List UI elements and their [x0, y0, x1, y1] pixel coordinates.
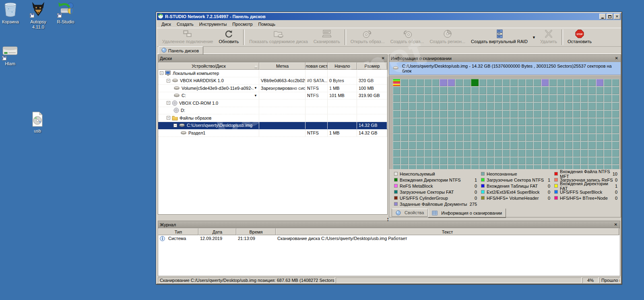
disks-row[interactable]: D: [158, 107, 387, 115]
legend-item: Загрузочные Сектора NTFS1 [481, 177, 553, 183]
scan-block [526, 149, 533, 157]
mouse-cursor: ↕ [386, 215, 390, 222]
tab-disk-panel[interactable]: Панель дисков [159, 46, 203, 55]
disks-row[interactable]: Volume{c5de43e9-d3e0-11e9-a092-.▼Зарезер… [158, 85, 387, 92]
hard-disk-icon [180, 130, 187, 135]
menu-просмотр[interactable]: Просмотр [229, 21, 255, 27]
toolbar-button-refresh[interactable]: Обновить [216, 28, 242, 46]
close-button[interactable]: ✕ [614, 14, 620, 19]
label-cell: VBb9e0d663-4cc2b029 [259, 77, 305, 85]
scan-block [526, 79, 533, 87]
maximize-button[interactable] [607, 14, 613, 19]
close-icon[interactable]: ✕ [381, 56, 386, 60]
minimize-button[interactable] [599, 14, 606, 19]
desktop-icon-корзина[interactable]: Корзина [0, 2, 26, 25]
scan-block [463, 102, 471, 110]
log-col-header[interactable]: Дата [198, 228, 236, 235]
title-bar[interactable]: R-STUDIO Network 7.2.154997 - Панель дис… [157, 13, 621, 20]
disks-col-header[interactable]: Размер [357, 62, 387, 70]
tree-collapse-icon[interactable]: − [160, 71, 163, 75]
device-cell: −Локальный компьютер [158, 70, 259, 77]
desktop-icon-label: Корзина [0, 19, 26, 25]
desktop-icon-usb[interactable]: usb [22, 112, 53, 134]
disks-col-header[interactable]: ловая сист [305, 62, 328, 70]
scan-block [416, 165, 424, 169]
desktop-icon-autopsy[interactable]: Autopsy4.11.0 [23, 2, 54, 30]
menu-диск[interactable]: Диск [159, 21, 174, 27]
scan-block [479, 141, 487, 149]
scan-block [400, 110, 408, 118]
scan-block [580, 157, 588, 165]
scan-block [588, 110, 596, 118]
disks-row[interactable]: Раздел1NTFS1 MB14.32 GB [158, 129, 387, 137]
log-text-cell: Сканирование диска C:/Users/qwerty/Deskt… [276, 235, 619, 242]
device-label: D: [181, 108, 185, 113]
scan-block [487, 87, 494, 94]
scan-map[interactable] [389, 75, 621, 169]
menu-помощь[interactable]: Помощь [256, 21, 279, 27]
legend-value: 0 [475, 184, 479, 188]
device-cell: Volume{c5de43e9-d3e0-11e9-a092-.▼ [158, 85, 259, 92]
start-cell: 0 Bytes [328, 77, 357, 85]
scan-block [463, 126, 471, 133]
desktop-icon-label: Autopsy [23, 19, 54, 25]
scan-disk-info-bar[interactable]: C:/Users/qwerty/Desktop/usb.img - 14.32 … [389, 62, 621, 75]
desktop-icon-hlam[interactable]: Hlam [0, 44, 25, 66]
scan-block [487, 118, 494, 126]
svg-text:STOP: STOP [576, 33, 582, 35]
disks-row[interactable]: −Локальный компьютер [158, 70, 387, 77]
disks-panel-title: Диски [160, 56, 172, 61]
tab-properties[interactable]: Свойства [392, 209, 428, 217]
scan-block [604, 110, 611, 118]
scan-block [557, 118, 565, 126]
log-col-header[interactable]: Время [236, 228, 276, 235]
log-col-header[interactable]: Тип [158, 228, 198, 235]
close-icon: ✕ [615, 15, 619, 19]
scan-block [455, 118, 463, 126]
toolbar-button-stop[interactable]: STOPОстановить [565, 28, 594, 46]
create-image-icon [402, 29, 413, 39]
disks-col-header[interactable]: Начало [328, 62, 357, 70]
tree-collapse-icon[interactable]: − [167, 79, 170, 83]
log-col-header[interactable]: Текст [276, 228, 619, 235]
scan-block [494, 165, 502, 169]
disks-row[interactable]: −Файлы образов [158, 114, 387, 122]
scan-block [596, 141, 604, 149]
menu-создать[interactable]: Создать [174, 21, 196, 27]
scan-block [494, 79, 502, 87]
disks-col-header[interactable]: Устройство/Диск [158, 62, 259, 70]
scan-block [596, 102, 604, 110]
scan-block [400, 134, 408, 141]
disks-row[interactable]: −C:\Users\qwerty\Desktop\usb.img14.32 GB [158, 122, 387, 130]
log-row[interactable]: Система12.09.201921:13:09Сканирование ди… [158, 235, 620, 242]
chevron-down-icon[interactable]: ▼ [254, 94, 257, 97]
chevron-down-icon[interactable]: ▼ [530, 28, 537, 46]
tree-collapse-icon[interactable]: − [173, 124, 177, 127]
scan-block [424, 95, 432, 102]
scan-block [526, 157, 533, 165]
size-cell [357, 70, 387, 77]
disks-row[interactable]: −VBOX CD-ROM 1.0 [158, 99, 387, 107]
scan-block [479, 95, 487, 102]
scan-block [526, 102, 533, 110]
start-cell [328, 107, 357, 114]
close-icon[interactable]: ✕ [614, 56, 619, 60]
disks-col-header[interactable]: Метка [259, 62, 305, 70]
scan-block [463, 141, 471, 149]
tree-collapse-icon[interactable]: − [167, 101, 170, 105]
toolbar-button-create-virtual-raid[interactable]: Создать виртуальный RAID [468, 28, 530, 46]
scan-block [479, 149, 487, 157]
disks-row[interactable]: −VBOX HARDDISK 1.0VBb9e0d663-4cc2b029#0 … [158, 77, 387, 85]
scan-block [604, 141, 611, 149]
tab-scan-info[interactable]: Информация о сканировании [428, 209, 506, 218]
legend-value: 0 [548, 184, 553, 188]
close-icon[interactable]: ✕ [613, 223, 618, 227]
chevron-down-icon[interactable]: ▼ [254, 86, 257, 90]
scan-block [541, 165, 549, 169]
desktop-icon-r-studio[interactable]: R-Studio [50, 2, 81, 25]
legend-value: 275 [470, 202, 479, 207]
scan-block [510, 165, 518, 169]
menu-инструменты[interactable]: Инструменты [196, 21, 230, 27]
disks-row[interactable]: C:▼NTFS101 MB319.90 GB [158, 92, 387, 100]
tree-collapse-icon[interactable]: − [167, 116, 170, 120]
